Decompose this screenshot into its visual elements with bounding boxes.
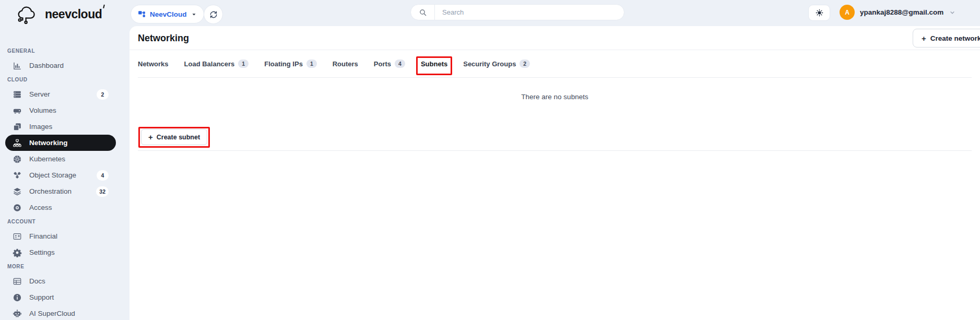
sidebar-item-images[interactable]: Images (5, 118, 116, 135)
tab-floating-ips[interactable]: Floating IPs1 (264, 60, 317, 68)
support-icon (13, 293, 22, 302)
main-content: Networking + Create network NetworksLoad… (129, 26, 980, 320)
trademark-mark (103, 5, 105, 9)
tab-subnets[interactable]: Subnets (421, 60, 447, 68)
sidebar-item-volumes[interactable]: Volumes (5, 102, 116, 118)
count-badge: 1 (306, 60, 317, 68)
tab-load-balancers[interactable]: Load Balancers1 (184, 60, 249, 68)
org-nodes-icon (137, 10, 146, 19)
sidebar-item-networking[interactable]: Networking (5, 135, 116, 151)
sidebar-item-label: Dashboard (29, 62, 64, 69)
org-selector[interactable]: NeevCloud (131, 5, 204, 23)
sidebar-item-label: Volumes (29, 106, 56, 114)
plus-icon: + (148, 133, 153, 141)
orchestration-icon (13, 187, 22, 196)
sidebar-item-support[interactable]: Support (5, 289, 116, 305)
chevron-down-icon (949, 9, 956, 16)
refresh-button[interactable] (204, 5, 223, 24)
tab-label: Floating IPs (264, 60, 303, 68)
sidebar-item-label: Server (29, 90, 50, 98)
count-badge: 4 (97, 170, 109, 181)
theme-toggle-button[interactable] (808, 5, 830, 21)
sidebar-item-docs[interactable]: Docs (5, 273, 116, 289)
sidebar-item-label: Financial (29, 232, 57, 240)
sidebar-section-more: MORE (0, 264, 129, 270)
user-email: ypankaj8288@gmail.com (860, 8, 943, 16)
tab-routers[interactable]: Routers (333, 60, 358, 68)
count-badge: 2 (519, 60, 530, 68)
empty-state-message: There are no subnets (138, 93, 972, 101)
kubernetes-icon (13, 155, 22, 164)
sun-icon (815, 8, 824, 17)
tab-networks[interactable]: Networks (138, 60, 169, 68)
cloud-logo-icon (14, 4, 41, 24)
plus-icon: + (922, 34, 926, 42)
sidebar-section-account: ACCOUNT (0, 219, 129, 225)
sidebar-item-label: Object Storage (29, 171, 76, 179)
tab-label: Networks (138, 60, 169, 68)
tab-label: Subnets (421, 60, 447, 68)
server-icon (13, 90, 22, 99)
count-badge: 1 (238, 60, 249, 68)
count-badge: 4 (395, 60, 405, 68)
sidebar-item-label: Settings (29, 248, 55, 256)
sidebar-section-cloud: CLOUD (0, 77, 129, 83)
sidebar-item-label: Access (29, 204, 52, 211)
count-badge: 2 (97, 89, 109, 100)
tab-label: Load Balancers (184, 60, 235, 68)
sidebar-item-settings[interactable]: Settings (5, 244, 116, 260)
sidebar-item-label: Images (29, 123, 52, 131)
create-network-button[interactable]: + Create network (913, 29, 980, 48)
object-storage-icon (13, 171, 22, 180)
create-network-label: Create network (930, 34, 980, 42)
docs-icon (13, 277, 22, 286)
sidebar-item-kubernetes[interactable]: Kubernetes (5, 151, 116, 167)
images-icon (13, 122, 22, 132)
sidebar-item-label: Orchestration (29, 187, 72, 195)
sidebar: GENERALDashboardCLOUDServer2VolumesImage… (0, 26, 129, 320)
tabs-divider (138, 77, 972, 78)
avatar: A (840, 5, 855, 20)
sidebar-item-label: Networking (29, 139, 68, 147)
sidebar-item-label: Kubernetes (29, 155, 65, 163)
brand-name: neevcloud (45, 7, 102, 21)
brand-logo[interactable]: neevcloud (14, 4, 102, 24)
create-subnet-button[interactable]: + Create subnet (141, 129, 207, 145)
sidebar-item-access[interactable]: Access (5, 199, 116, 216)
sidebar-item-object-storage[interactable]: Object Storage4 (5, 167, 116, 183)
bottom-divider (138, 150, 972, 151)
sidebar-item-server[interactable]: Server2 (5, 86, 116, 102)
tab-security-groups[interactable]: Security Groups2 (463, 60, 530, 68)
tab-label: Routers (333, 60, 358, 68)
sidebar-item-financial[interactable]: Financial (5, 228, 116, 244)
search-bar (410, 4, 624, 20)
settings-icon (13, 248, 22, 257)
sidebar-item-ai-supercloud[interactable]: AI SuperCloud (5, 305, 116, 320)
create-subnet-label: Create subnet (157, 134, 200, 141)
dashboard-icon (13, 61, 22, 70)
networking-icon (13, 138, 22, 148)
access-icon (13, 203, 22, 212)
sidebar-item-orchestration[interactable]: Orchestration32 (5, 183, 116, 199)
search-input[interactable] (435, 5, 624, 20)
search-icon (411, 5, 435, 20)
tab-ports[interactable]: Ports4 (374, 60, 405, 68)
sidebar-item-label: Support (29, 293, 54, 301)
refresh-icon (209, 10, 218, 19)
sidebar-item-label: Docs (29, 277, 45, 285)
page-title: Networking (138, 33, 189, 44)
chevron-down-icon (191, 11, 197, 18)
sidebar-item-label: AI SuperCloud (29, 310, 75, 317)
count-badge: 32 (96, 186, 109, 197)
tab-bar: NetworksLoad Balancers1Floating IPs1Rout… (138, 50, 530, 77)
volumes-icon (13, 106, 22, 115)
user-account-menu[interactable]: A ypankaj8288@gmail.com (840, 5, 956, 20)
ai-supercloud-icon (13, 309, 22, 318)
tab-label: Ports (374, 60, 391, 68)
sidebar-section-general: GENERAL (0, 48, 129, 54)
tab-label: Security Groups (463, 60, 516, 68)
org-selector-label: NeevCloud (150, 10, 187, 18)
top-bar: neevcloud NeevCloud A ypankaj8288@gmail.… (0, 0, 980, 26)
financial-icon (13, 232, 22, 241)
sidebar-item-dashboard[interactable]: Dashboard (5, 57, 116, 74)
